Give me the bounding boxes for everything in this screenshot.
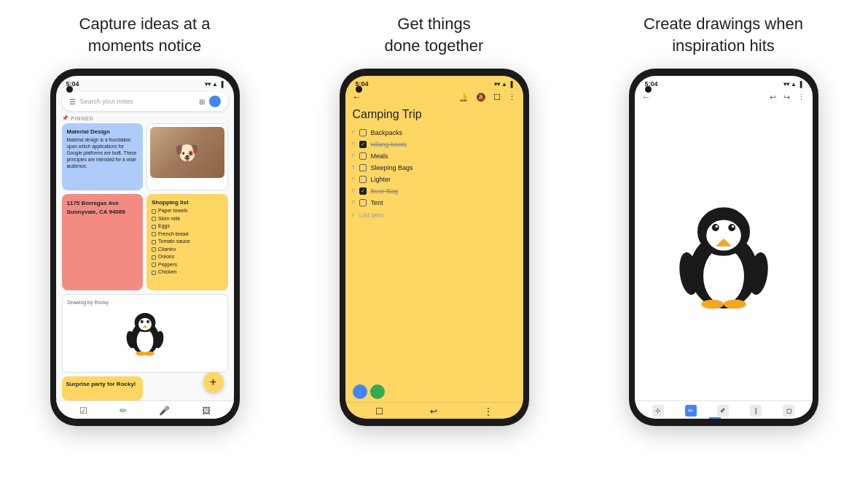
- note-dog-photo[interactable]: 🐶: [146, 123, 228, 190]
- svg-point-3: [138, 318, 152, 330]
- checkbox-tent[interactable]: [359, 199, 367, 206]
- collaborators: [345, 379, 523, 402]
- check-item-bearbag[interactable]: ⠿ ✓ Bear Bag: [351, 185, 517, 197]
- drag-icon6: ⠿: [351, 188, 355, 194]
- phone1: 5:04 ▾▾ ▲ ▐ ☰ Search your notes ⊞ 📌 PINN…: [50, 69, 240, 426]
- signal3-icon: ▾▾: [783, 81, 789, 88]
- phone1-status-bar: 5:04 ▾▾ ▲ ▐: [56, 76, 234, 89]
- grid-icon: ⊞: [199, 98, 205, 106]
- svg-point-17: [711, 224, 719, 231]
- drag-icon5: ⠿: [351, 177, 355, 182]
- check-item-meals[interactable]: ⠿ Meals: [351, 150, 517, 162]
- phone2-header-icons: 🔔 🔕 ☐ ⋮: [458, 93, 516, 102]
- section2-title: Get things done together: [385, 13, 484, 57]
- checkbox-sleeping[interactable]: [359, 164, 367, 171]
- bell-icon[interactable]: 🔔: [458, 93, 469, 102]
- check-item-backpacks[interactable]: ⠿ Backpacks: [351, 127, 517, 139]
- drag-icon7: ⠿: [351, 200, 355, 206]
- note-address[interactable]: 1175 Borregas Ave Sunnyvale, CA 94089: [62, 194, 144, 290]
- check-label-bearbag: Bear Bag: [371, 187, 399, 195]
- check-item-hiking[interactable]: ⠿ ✓ Hiking boots: [351, 139, 517, 150]
- image-nav-icon[interactable]: 🖼: [202, 406, 211, 416]
- signal-icon: ▾▾: [205, 81, 211, 88]
- more-vert-icon[interactable]: ⋮: [508, 93, 516, 102]
- checkbox-hiking[interactable]: ✓: [359, 141, 367, 148]
- signal2-icon: ▾▾: [494, 81, 500, 88]
- add-box-icon[interactable]: ☐: [375, 406, 383, 417]
- note-material-design[interactable]: Material Design Material design is a fou…: [62, 123, 144, 190]
- svg-point-11: [136, 352, 145, 356]
- note-drawing-label: Drawing by Rocky: [68, 300, 222, 305]
- phone2-bottom-nav: ☐ ↩ ⋮: [345, 402, 523, 419]
- penguin-small-svg: [123, 306, 167, 357]
- drawing-canvas[interactable]: [635, 105, 813, 400]
- checkbox-backpacks[interactable]: [359, 129, 367, 136]
- note-shopping-title: Shopping list: [152, 199, 223, 206]
- section3-title: Create drawings when inspiration hits: [644, 13, 803, 57]
- battery-icon: ▐: [219, 81, 224, 88]
- phone3-header-icons: ↩ ↪ ⋮: [770, 93, 805, 102]
- check-item-lighter[interactable]: ⠿ Lighter: [351, 174, 517, 185]
- phone1-search-bar[interactable]: ☰ Search your notes ⊞: [62, 92, 228, 111]
- undo-icon[interactable]: ↩: [430, 406, 437, 417]
- phone2-camera: [356, 86, 362, 93]
- more2-icon[interactable]: ⋮: [484, 406, 493, 417]
- phone2-status-icons: ▾▾ ▲ ▐: [494, 81, 513, 88]
- phone1-bottom-nav: ☑ ✏ 🎤 🖼: [56, 400, 234, 419]
- fab-button[interactable]: +: [203, 372, 224, 392]
- battery2-icon: ▐: [509, 81, 513, 88]
- note-drawing[interactable]: Drawing by Rocky: [62, 294, 228, 372]
- undo3-icon[interactable]: ↩: [770, 93, 776, 102]
- section1-title-line1: Capture ideas at a: [79, 15, 211, 33]
- phone3-status-bar: 5:04 ▾▾ ▲ ▐: [635, 76, 813, 89]
- wifi-icon: ▲: [212, 81, 218, 88]
- check-item-tent[interactable]: ⠿ Tent: [351, 197, 517, 209]
- drag-icon3: ⠿: [351, 153, 355, 159]
- checkbox-lighter[interactable]: [359, 176, 367, 183]
- check-label-meals: Meals: [371, 152, 388, 160]
- mini-penguin-drawing: [68, 306, 222, 357]
- dog-image: 🐶: [150, 127, 224, 178]
- back-arrow-icon[interactable]: ←: [353, 92, 361, 102]
- checklist: ⠿ Backpacks ⠿ ✓ Hiking boots ⠿ Meals ⠿: [345, 127, 523, 379]
- pen-nav-icon[interactable]: ✏: [120, 406, 127, 416]
- drag-icon4: ⠿: [351, 165, 355, 171]
- eraser-tool[interactable]: ◻: [783, 405, 794, 417]
- checkbox-add-icon[interactable]: ☐: [493, 93, 501, 102]
- active-tool-indicator: [709, 417, 721, 419]
- pen-tool[interactable]: ✏: [685, 405, 697, 417]
- add-list-item[interactable]: + List item: [351, 209, 517, 222]
- collaborator1-avatar: [353, 384, 367, 399]
- section3-title-line1: Create drawings when: [644, 15, 803, 33]
- more3-icon[interactable]: ⋮: [797, 93, 805, 102]
- svg-point-6: [141, 321, 142, 322]
- svg-point-12: [144, 352, 154, 356]
- svg-point-19: [728, 224, 735, 231]
- dog-emoji: 🐶: [150, 127, 224, 178]
- section-together: Get things done together 5:04 ▾▾ ▲ ▐ ← 🔔…: [289, 0, 579, 488]
- check-nav-icon[interactable]: ☑: [79, 406, 87, 416]
- section2-title-line1: Get things: [397, 15, 470, 33]
- search-placeholder: Search your notes: [80, 98, 195, 105]
- check-item-sleeping[interactable]: ⠿ Sleeping Bags: [351, 162, 517, 174]
- note-md-title: Material Design: [67, 128, 138, 135]
- bell-outline-icon[interactable]: 🔕: [476, 93, 486, 102]
- phone3: 5:04 ▾▾ ▲ ▐ ← ↩ ↪ ⋮: [629, 69, 818, 426]
- check-label-backpacks: Backpacks: [371, 129, 403, 136]
- back-arrow3-icon[interactable]: ←: [642, 92, 651, 102]
- marker-tool[interactable]: |: [750, 405, 762, 417]
- section2-title-line2: done together: [385, 36, 484, 55]
- note-address-body: 1175 Borregas Ave Sunnyvale, CA 94089: [67, 199, 138, 215]
- check-label-lighter: Lighter: [371, 176, 391, 183]
- note-shopping[interactable]: Shopping list Paper towels Skim milk Egg…: [146, 194, 228, 290]
- checkbox-bearbag[interactable]: ✓: [359, 187, 367, 195]
- section3-title-line2: inspiration hits: [672, 36, 775, 55]
- redo3-icon[interactable]: ↪: [783, 93, 790, 102]
- note-surprise[interactable]: Surprise party for Rocky!: [62, 376, 144, 400]
- pencil-tool[interactable]: ✐: [717, 405, 729, 417]
- phone2-header: ← 🔔 🔕 ☐ ⋮: [345, 89, 523, 105]
- checkbox-meals[interactable]: [359, 152, 367, 160]
- select-tool[interactable]: ⊹: [652, 405, 664, 417]
- phone1-screen: 5:04 ▾▾ ▲ ▐ ☰ Search your notes ⊞ 📌 PINN…: [56, 76, 234, 419]
- mic-nav-icon[interactable]: 🎤: [159, 406, 170, 416]
